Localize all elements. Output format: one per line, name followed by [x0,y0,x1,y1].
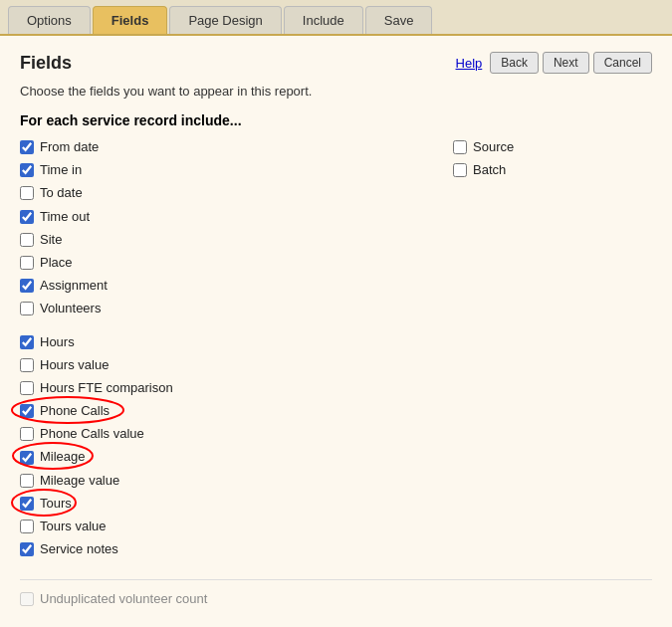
help-link[interactable]: Help [456,56,483,71]
list-item: Tours value [20,518,453,535]
list-item: Mileage [20,448,453,466]
service-notes-checkbox[interactable] [20,542,34,556]
list-item: Volunteers [20,300,453,317]
unduplicated-checkbox [20,592,34,606]
assignment-checkbox[interactable] [20,279,34,293]
mileage-value-label[interactable]: Mileage value [40,472,119,490]
batch-label[interactable]: Batch [473,161,506,179]
subtitle: Choose the fields you want to appear in … [20,84,652,99]
cancel-button[interactable]: Cancel [593,52,652,74]
tab-fields[interactable]: Fields [93,6,168,34]
fields-layout: From date Time in To date Time out Site … [20,138,652,563]
from-date-label[interactable]: From date [40,138,99,156]
list-item: Source [453,138,652,156]
phone-calls-label[interactable]: Phone Calls [40,402,110,420]
phone-calls-checkbox[interactable] [20,404,34,418]
tab-include[interactable]: Include [284,6,363,34]
header-row: Fields Help Back Next Cancel [20,52,652,74]
hours-fte-label[interactable]: Hours FTE comparison [40,379,173,397]
from-date-checkbox[interactable] [20,140,34,154]
list-item: Hours [20,333,453,351]
hours-value-checkbox[interactable] [20,358,34,372]
site-label[interactable]: Site [40,231,62,249]
mileage-checkbox[interactable] [20,451,34,465]
service-notes-label[interactable]: Service notes [40,540,118,558]
list-item: Unduplicated volunteer count [20,590,652,608]
tab-page-design[interactable]: Page Design [169,6,281,34]
main-content: Fields Help Back Next Cancel Choose the … [0,36,672,627]
batch-checkbox[interactable] [453,163,467,177]
list-item: Place [20,254,453,272]
time-in-label[interactable]: Time in [40,161,82,179]
tab-options[interactable]: Options [8,6,91,34]
place-label[interactable]: Place [40,254,73,272]
list-item: Assignment [20,277,453,295]
mileage-label[interactable]: Mileage [40,448,86,466]
tours-checkbox[interactable] [20,497,34,511]
list-item: Hours FTE comparison [20,379,453,397]
list-item: Service notes [20,540,453,558]
unduplicated-label: Unduplicated volunteer count [40,590,207,608]
tab-save[interactable]: Save [365,6,433,34]
list-item: Tours [20,495,453,513]
tab-bar: Options Fields Page Design Include Save [0,0,672,36]
phone-calls-value-label[interactable]: Phone Calls value [40,425,144,443]
next-button[interactable]: Next [543,52,589,74]
list-item: From date [20,138,453,156]
site-checkbox[interactable] [20,233,34,247]
list-item: Hours value [20,356,453,374]
list-item: Batch [453,161,652,179]
list-item: Time out [20,208,453,226]
list-item: Phone Calls value [20,425,453,443]
list-item: Site [20,231,453,249]
fields-col-left: From date Time in To date Time out Site … [20,138,453,563]
phone-calls-value-checkbox[interactable] [20,427,34,441]
tours-value-checkbox[interactable] [20,520,34,533]
time-in-checkbox[interactable] [20,163,34,177]
tours-label[interactable]: Tours [40,495,72,513]
time-out-checkbox[interactable] [20,210,34,224]
list-item: Mileage value [20,472,453,490]
list-item: Phone Calls [20,402,453,420]
to-date-checkbox[interactable] [20,186,34,200]
volunteers-label[interactable]: Volunteers [40,300,101,317]
header-actions: Help Back Next Cancel [456,52,652,74]
hours-checkbox[interactable] [20,335,34,349]
volunteers-checkbox[interactable] [20,302,34,315]
hours-label[interactable]: Hours [40,333,75,351]
source-checkbox[interactable] [453,140,467,154]
assignment-label[interactable]: Assignment [40,277,108,295]
list-item: Time in [20,161,453,179]
time-out-label[interactable]: Time out [40,208,90,226]
list-item: To date [20,184,453,202]
fields-col-right: Source Batch [453,138,652,563]
back-button[interactable]: Back [490,52,539,74]
section-title: For each service record include... [20,112,652,128]
hours-value-label[interactable]: Hours value [40,356,109,374]
to-date-label[interactable]: To date [40,184,83,202]
bottom-section: Unduplicated volunteer count [20,579,652,608]
hours-fte-checkbox[interactable] [20,381,34,395]
source-label[interactable]: Source [473,138,514,156]
mileage-value-checkbox[interactable] [20,474,34,488]
place-checkbox[interactable] [20,256,34,270]
page-title: Fields [20,53,72,74]
tours-value-label[interactable]: Tours value [40,518,106,535]
